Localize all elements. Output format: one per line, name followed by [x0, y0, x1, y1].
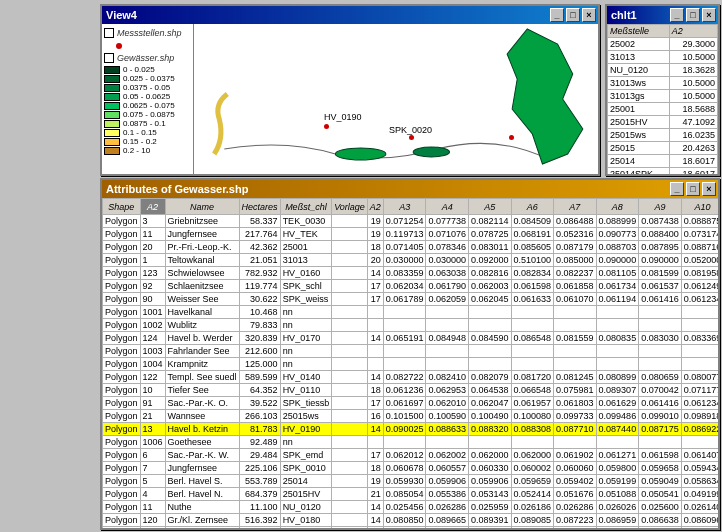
maximize-button[interactable]: □ [686, 8, 700, 22]
column-header[interactable]: A5 [468, 199, 511, 215]
table-row[interactable]: Polygon11Nuthe11.100NU_0120140.0254560.0… [103, 501, 719, 514]
table-cell: 10.5000 [669, 77, 717, 90]
table-row[interactable]: Polygon6Sac.-Par.-K. W.29.484SPK_emd170.… [103, 449, 719, 462]
table-row[interactable]: Polygon1Teltowkanal21.05131013200.030000… [103, 254, 719, 267]
table-row[interactable]: Polygon1003Fahrlander See212.600nn [103, 345, 719, 358]
column-header[interactable]: A4 [426, 199, 469, 215]
table-row[interactable]: Polygon90Weisser See30.622SPK_weiss170.0… [103, 293, 719, 306]
ramp-label: 0.025 - 0.0375 [123, 74, 175, 83]
column-header[interactable]: Hectares [239, 199, 280, 215]
table-cell [681, 436, 718, 449]
table-cell: Templ. See suedl [165, 371, 239, 384]
close-button[interactable]: × [582, 8, 596, 22]
checkbox-icon[interactable] [104, 28, 114, 38]
column-header[interactable]: A2 [140, 199, 165, 215]
table-row[interactable]: Polygon3Griebnitzsee58.337TEK_0030190.07… [103, 215, 719, 228]
table-cell: 0.060678 [383, 462, 426, 475]
table-cell: 0.071405 [383, 241, 426, 254]
layer-polys[interactable]: Gewässer.shp [104, 53, 191, 63]
column-header[interactable]: A7 [554, 199, 597, 215]
table-row[interactable]: Polygon92Schlaenitzsee119.774SPK_schl170… [103, 280, 719, 293]
chlt1-table[interactable]: MeßstelleA22500229.30003101310.5000NU_01… [607, 24, 718, 174]
table-row[interactable]: 25015HV47.1092 [608, 116, 718, 129]
table-row[interactable]: Polygon124Havel b. Werder320.839HV_01701… [103, 332, 719, 345]
table-row[interactable]: Polygon4Berl. Havel N.684.37925015HV210.… [103, 488, 719, 501]
table-cell: 17 [367, 293, 383, 306]
table-row[interactable]: NU_012018.3628 [608, 64, 718, 77]
view4-titlebar[interactable]: View4 _ □ × [102, 6, 598, 24]
column-header[interactable]: A3 [383, 199, 426, 215]
minimize-button[interactable]: _ [670, 8, 684, 22]
table-row[interactable]: 2500229.3000 [608, 38, 718, 51]
map-point[interactable] [409, 135, 414, 140]
table-cell: 81.783 [239, 423, 280, 436]
table-row[interactable]: Polygon7Jungfernsee225.106SPK_0010180.06… [103, 462, 719, 475]
table-cell [554, 436, 597, 449]
table-row[interactable]: 31013gs10.5000 [608, 90, 718, 103]
table-row[interactable]: Polygon1006Goethesee92.489nn [103, 436, 719, 449]
table-cell [554, 358, 597, 371]
table-cell: Polygon [103, 306, 141, 319]
table-row[interactable]: 2501520.4263 [608, 142, 718, 155]
attributes-table[interactable]: ShapeA2NameHectaresMeßst_chlVorlageA2A3A… [102, 198, 718, 528]
table-row[interactable]: Polygon91Sac.-Par.-K. O.39.522SPK_tiessb… [103, 397, 719, 410]
table-row[interactable]: 3101310.5000 [608, 51, 718, 64]
table-cell: 90 [140, 293, 165, 306]
close-button[interactable]: × [702, 182, 716, 196]
table-cell [426, 436, 469, 449]
maximize-button[interactable]: □ [686, 182, 700, 196]
table-row[interactable]: Polygon122Templ. See suedl589.599HV_0140… [103, 371, 719, 384]
table-row[interactable]: 2501418.6017 [608, 155, 718, 168]
table-row[interactable]: Polygon11Jungfernsee217.764HV_TEK190.119… [103, 228, 719, 241]
table-row[interactable]: Polygon1004Krampnitz125.000nn [103, 358, 719, 371]
maximize-button[interactable]: □ [566, 8, 580, 22]
column-header[interactable]: A9 [639, 199, 682, 215]
table-row[interactable]: Polygon125Havel b. Potsd.109.233HV_01201… [103, 527, 719, 529]
table-row[interactable]: 25014SPK18.6017 [608, 168, 718, 175]
table-row[interactable]: 2500118.5688 [608, 103, 718, 116]
table-cell [367, 358, 383, 371]
layer-points[interactable]: Messstellen.shp [104, 28, 191, 38]
table-cell: Jungfernsee [165, 228, 239, 241]
table-cell: 0.062953 [426, 384, 469, 397]
column-header[interactable]: A8 [596, 199, 639, 215]
table-row[interactable]: Polygon21Wannsee266.10325015ws160.101500… [103, 410, 719, 423]
column-header[interactable]: Meßst_chl [280, 199, 332, 215]
table-row[interactable]: 25015ws16.0235 [608, 129, 718, 142]
map-point[interactable] [324, 124, 329, 129]
table-cell: 0.061734 [596, 280, 639, 293]
table-row[interactable]: Polygon1002Wublitz79.833nn [103, 319, 719, 332]
table-cell: 0.085605 [511, 241, 554, 254]
table-cell: 0.061803 [554, 397, 597, 410]
chlt1-titlebar[interactable]: chlt1 _ □ × [607, 6, 718, 24]
attributes-titlebar[interactable]: Attributes of Gewasser.shp _ □ × [102, 180, 718, 198]
map-point[interactable] [509, 135, 514, 140]
column-header[interactable]: Shape [103, 199, 141, 215]
table-cell: 0.061249 [681, 280, 718, 293]
column-header[interactable]: Meßstelle [608, 25, 670, 38]
column-header[interactable]: A6 [511, 199, 554, 215]
checkbox-icon[interactable] [104, 53, 114, 63]
table-row[interactable]: Polygon13Havel b. Ketzin81.783HV_0190140… [103, 423, 719, 436]
close-button[interactable]: × [702, 8, 716, 22]
column-header[interactable]: A10 [681, 199, 718, 215]
column-header[interactable]: Vorlage [332, 199, 368, 215]
table-row[interactable]: Polygon10Tiefer See64.352HV_0110180.0612… [103, 384, 719, 397]
table-row[interactable]: 31013ws10.5000 [608, 77, 718, 90]
table-row[interactable]: Polygon1001Havelkanal10.468nn [103, 306, 719, 319]
table-cell: 18 [367, 384, 383, 397]
table-row[interactable]: Polygon120Gr./Kl. Zernsee516.392HV_01801… [103, 514, 719, 527]
column-header[interactable]: A2 [367, 199, 383, 215]
table-cell: 14 [367, 527, 383, 529]
map-canvas[interactable]: HV_0190SPK_00202501225009 [194, 24, 598, 174]
table-cell: 225.106 [239, 462, 280, 475]
column-header[interactable]: A2 [669, 25, 717, 38]
table-row[interactable]: Polygon5Berl. Havel S.553.78925014190.05… [103, 475, 719, 488]
table-cell: Havel b. Potsd. [165, 527, 239, 529]
table-row[interactable]: Polygon20Pr.-Fri.-Leop.-K.42.36225001180… [103, 241, 719, 254]
minimize-button[interactable]: _ [550, 8, 564, 22]
column-header[interactable]: Name [165, 199, 239, 215]
minimize-button[interactable]: _ [670, 182, 684, 196]
table-row[interactable]: Polygon123Schwielowsee782.932HV_0160140.… [103, 267, 719, 280]
table-cell: Pr.-Fri.-Leop.-K. [165, 241, 239, 254]
